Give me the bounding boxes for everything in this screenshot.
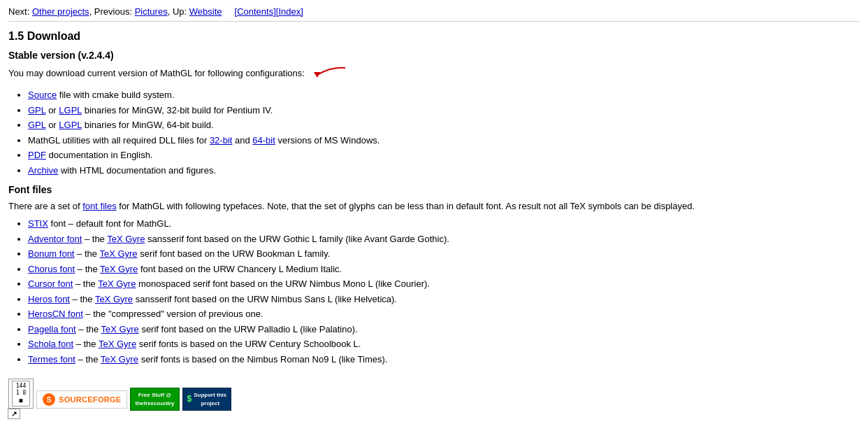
font-item-schola: Schola font – the TeX Gyre serif fonts i…	[28, 337, 860, 351]
support-badge-link[interactable]: $ Support this project	[182, 388, 232, 410]
index-link[interactable]: [Index]	[276, 6, 303, 17]
tex-gyre-link-5[interactable]: TeX Gyre	[95, 294, 133, 304]
intro-text: You may download current version of Math…	[8, 65, 860, 83]
32bit-link[interactable]: 32-bit	[210, 135, 233, 146]
support-badge: $ Support this project	[182, 388, 232, 410]
font-item-heros: Heros font – the TeX Gyre sansserif font…	[28, 292, 860, 306]
tex-gyre-link-6[interactable]: TeX Gyre	[101, 324, 139, 334]
arrow-annotation	[310, 65, 349, 83]
adventor-link[interactable]: Adventor font	[28, 234, 82, 244]
font-item-heroscn: HerosCN font – the "compressed" version …	[28, 307, 860, 321]
tex-gyre-link-8[interactable]: TeX Gyre	[101, 354, 138, 365]
top-nav: Next: Other projects, Previous: Pictures…	[8, 6, 860, 17]
archive-link[interactable]: Archive	[28, 165, 58, 176]
download-item-gpl64: GPL or LGPL binaries for MinGW, 64-bit b…	[28, 118, 860, 132]
next-link[interactable]: Other projects	[32, 6, 89, 17]
prev-label: Previous:	[94, 6, 132, 17]
chorus-link[interactable]: Chorus font	[28, 264, 75, 274]
font-item-bonum: Bonum font – the TeX Gyre serif font bas…	[28, 247, 860, 261]
font-item-stix: STIX font – default font for MathGL.	[28, 217, 860, 231]
tex-gyre-link-2[interactable]: TeX Gyre	[99, 248, 137, 259]
up-link[interactable]: Website	[189, 6, 222, 17]
pagella-link[interactable]: Pagella font	[28, 324, 76, 334]
stix-link[interactable]: STIX	[28, 218, 48, 229]
prev-link[interactable]: Pictures	[135, 6, 168, 17]
download-item-dll: MathGL utilities with all required DLL f…	[28, 134, 860, 148]
footer-badges: 144 1 8 ■ ↗ S SOURCEFORGE Free Stuff @ t…	[8, 379, 860, 420]
font-intro-text: There are a set of font files for MathGL…	[8, 201, 860, 211]
font-item-cursor: Cursor font – the TeX Gyre monospaced se…	[28, 277, 860, 291]
num-badge: 144 1 8 ■	[8, 379, 34, 409]
page-heading: 1.5 Download	[8, 30, 860, 43]
sf-label: SOURCEFORGE	[59, 395, 121, 404]
download-item-archive: Archive with HTML documentation and figu…	[28, 164, 860, 178]
freecountry-badge-link[interactable]: Free Stuff @ thefreecountry	[130, 388, 179, 410]
font-files-link[interactable]: font files	[82, 201, 116, 211]
schola-link[interactable]: Schola font	[28, 339, 73, 349]
font-section-title: Font files	[8, 184, 860, 195]
svg-marker-0	[314, 72, 320, 78]
tex-gyre-link-3[interactable]: TeX Gyre	[100, 264, 138, 274]
gpl-link-2[interactable]: GPL	[28, 120, 46, 130]
font-item-termes: Termes font – the TeX Gyre serif fonts i…	[28, 353, 860, 367]
font-list: STIX font – default font for MathGL. Adv…	[28, 217, 860, 366]
download-list: Source file with cmake build system. GPL…	[28, 88, 860, 177]
font-item-pagella: Pagella font – the TeX Gyre serif font b…	[28, 323, 860, 337]
font-item-adventor: Adventor font – the TeX Gyre sansserif f…	[28, 232, 860, 246]
heros-link[interactable]: Heros font	[28, 294, 70, 304]
download-item-gpl32: GPL or LGPL binaries for MinGW, 32-bit b…	[28, 104, 860, 118]
source-link[interactable]: Source	[28, 90, 57, 100]
sf-flame-icon: S	[43, 393, 55, 406]
tex-gyre-link-1[interactable]: TeX Gyre	[107, 234, 145, 244]
bonum-link[interactable]: Bonum font	[28, 248, 75, 259]
termes-link[interactable]: Termes font	[28, 354, 75, 365]
next-label: Next:	[8, 6, 29, 17]
nav-divider	[8, 21, 860, 22]
lgpl-link-2[interactable]: LGPL	[59, 120, 82, 130]
sourceforge-badge: S SOURCEFORGE	[36, 390, 127, 409]
64bit-link[interactable]: 64-bit	[252, 135, 275, 146]
dollar-icon: $	[187, 393, 192, 405]
freecountry-badge: Free Stuff @ thefreecountry	[130, 388, 179, 410]
up-label: Up:	[173, 6, 187, 17]
contents-link[interactable]: [Contents]	[235, 6, 276, 17]
svg-text:S: S	[47, 396, 52, 404]
lgpl-link-1[interactable]: LGPL	[59, 105, 82, 115]
tex-gyre-link-7[interactable]: TeX Gyre	[99, 339, 136, 349]
download-item-source: Source file with cmake build system.	[28, 88, 860, 102]
heroscn-link[interactable]: HerosCN font	[28, 309, 83, 319]
gpl-link-1[interactable]: GPL	[28, 105, 46, 115]
font-item-chorus: Chorus font – the TeX Gyre font based on…	[28, 262, 860, 276]
num-badge-link[interactable]: 144 1 8 ■ ↗	[8, 379, 34, 420]
pdf-link[interactable]: PDF	[28, 150, 46, 160]
sourceforge-badge-link[interactable]: S SOURCEFORGE	[36, 390, 127, 409]
tex-gyre-link-4[interactable]: TeX Gyre	[98, 278, 136, 289]
download-item-pdf: PDF documentation in English.	[28, 148, 860, 162]
stable-version: Stable version (v.2.4.4)	[8, 50, 860, 61]
cursor-link[interactable]: Cursor font	[28, 278, 73, 289]
